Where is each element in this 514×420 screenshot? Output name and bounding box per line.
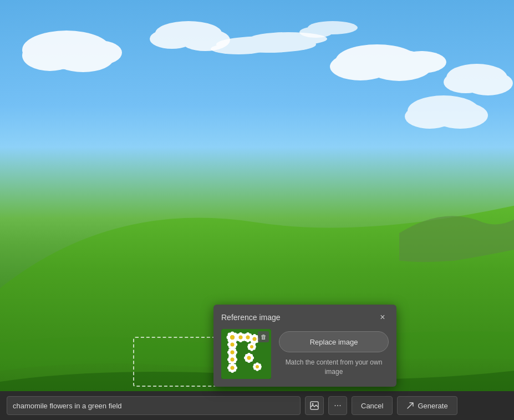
svg-point-58 xyxy=(253,337,257,341)
svg-point-21 xyxy=(299,27,333,38)
replace-image-button[interactable]: Replace image xyxy=(279,331,389,352)
dialog-actions: Replace image Match the content from you… xyxy=(279,331,389,377)
delete-thumbnail-button[interactable]: 🗑 xyxy=(258,331,269,342)
svg-point-19 xyxy=(432,102,488,129)
reference-image-dialog: Reference image × xyxy=(213,305,396,387)
more-icon: ··· xyxy=(334,401,341,411)
svg-point-9 xyxy=(211,43,266,54)
svg-point-49 xyxy=(246,336,250,340)
svg-point-16 xyxy=(463,71,513,95)
image-reference-button[interactable] xyxy=(305,396,324,415)
generate-label: Generate xyxy=(418,402,447,410)
svg-point-40 xyxy=(239,336,243,340)
svg-point-85 xyxy=(231,351,235,355)
prompt-input[interactable] xyxy=(7,396,301,415)
reference-image-thumbnail[interactable]: 🗑 xyxy=(221,329,271,379)
more-options-button[interactable]: ··· xyxy=(328,396,347,415)
svg-point-76 xyxy=(250,345,253,348)
svg-point-94 xyxy=(247,356,251,360)
svg-point-13 xyxy=(396,51,446,73)
dialog-header: Reference image × xyxy=(213,305,396,329)
svg-point-31 xyxy=(230,335,235,340)
svg-point-3 xyxy=(78,41,122,65)
generate-icon xyxy=(406,402,414,409)
selection-marquee xyxy=(133,337,216,387)
svg-point-103 xyxy=(231,358,235,362)
dialog-title: Reference image xyxy=(221,313,281,322)
generate-button[interactable]: Generate xyxy=(397,396,457,415)
match-content-text: Match the content from your own image xyxy=(279,358,389,377)
svg-point-121 xyxy=(231,366,235,370)
svg-point-67 xyxy=(231,343,235,347)
cancel-button[interactable]: Cancel xyxy=(352,396,393,415)
svg-point-112 xyxy=(256,365,259,368)
app-container: Reference image × xyxy=(0,0,514,420)
bottom-toolbar: ··· Cancel Generate xyxy=(0,391,514,420)
clouds-layer xyxy=(0,0,514,210)
close-button[interactable]: × xyxy=(376,311,389,323)
image-ref-icon xyxy=(310,401,319,410)
dialog-body: 🗑 Replace image Match the content from y… xyxy=(213,329,396,387)
